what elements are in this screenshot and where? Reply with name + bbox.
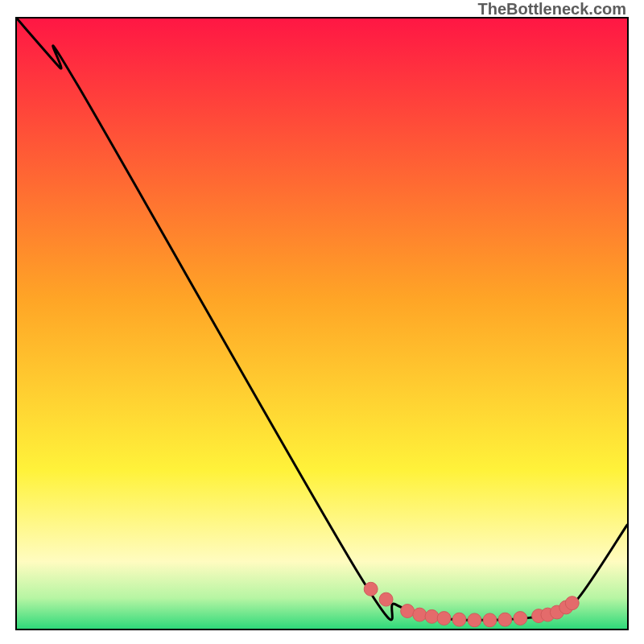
- marker-dot: [483, 613, 497, 627]
- watermark-text: TheBottleneck.com: [478, 0, 626, 19]
- bottleneck-curve: [17, 19, 627, 620]
- plot-area: [15, 17, 629, 630]
- marker-dot: [364, 582, 378, 596]
- marker-dot: [452, 613, 466, 626]
- marker-dot: [468, 613, 481, 627]
- curve-layer: [17, 19, 627, 629]
- marker-dot: [498, 613, 512, 626]
- marker-dot: [425, 609, 439, 623]
- marker-dot: [379, 592, 393, 606]
- marker-dot: [413, 608, 427, 621]
- marker-dot: [514, 612, 527, 625]
- marker-dot: [437, 612, 451, 625]
- chart-root: { "watermark": "TheBottleneck.com", "col…: [0, 0, 644, 644]
- marker-dot: [401, 605, 415, 618]
- marker-dot: [565, 597, 579, 610]
